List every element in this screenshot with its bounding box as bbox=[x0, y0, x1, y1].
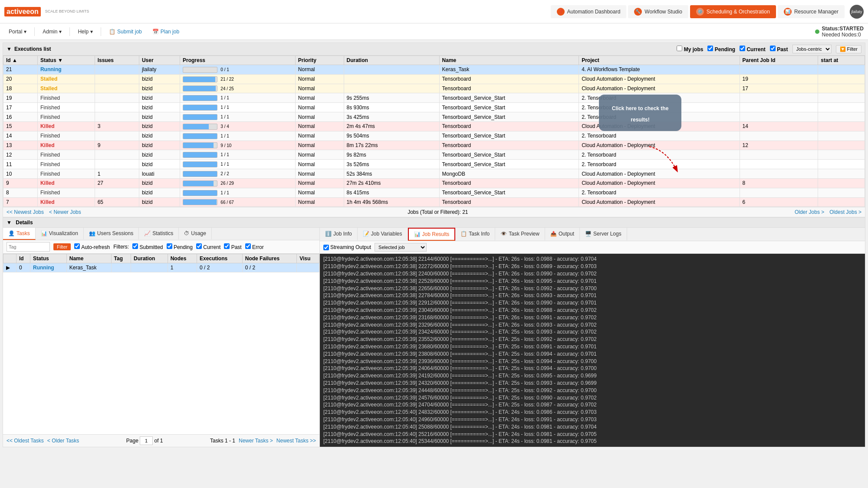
selected-job-select[interactable]: Selected job bbox=[375, 243, 427, 252]
col-progress[interactable]: Progress bbox=[180, 56, 296, 65]
task-info-icon: 📋 bbox=[460, 231, 467, 237]
col-task-status[interactable]: Status bbox=[30, 254, 67, 263]
streaming-output-checkbox[interactable] bbox=[323, 245, 329, 250]
page-number-input[interactable] bbox=[140, 436, 153, 445]
table-row[interactable]: 9 Killed 27 bizid 26 / 29 Normal 27m 2s … bbox=[3, 178, 865, 188]
col-parent[interactable]: Parent Job Id bbox=[740, 56, 818, 65]
streaming-output-label[interactable]: Streaming Output bbox=[323, 244, 371, 250]
past-checkbox[interactable] bbox=[770, 46, 776, 51]
nav-workflow-studio[interactable]: 🔧 Workflow Studio bbox=[628, 5, 688, 18]
tab-tasks[interactable]: 👤 Tasks bbox=[3, 228, 36, 240]
plan-job-button[interactable]: 📅 Plan job bbox=[148, 27, 184, 36]
tab-task-preview[interactable]: 👁️ Task Preview bbox=[495, 228, 545, 241]
col-user[interactable]: User bbox=[139, 56, 180, 65]
past-task-checkbox[interactable] bbox=[224, 243, 230, 249]
pending-checkbox[interactable] bbox=[707, 46, 713, 51]
nav-scheduling[interactable]: ⚙️ Scheduling & Orchestration bbox=[690, 5, 776, 18]
past-task-label[interactable]: Past bbox=[224, 243, 241, 250]
table-row[interactable]: 12 Finished bizid 1 / 1 Normal 9s 82ms T… bbox=[3, 150, 865, 160]
cell-start bbox=[818, 188, 865, 197]
tab-usage[interactable]: ⏱ Usage bbox=[179, 228, 212, 240]
pending-label[interactable]: Pending bbox=[707, 46, 735, 52]
executions-header[interactable]: ▼ Executions list My jobs Pending Curren… bbox=[3, 43, 865, 56]
my-jobs-label[interactable]: My jobs bbox=[677, 46, 703, 52]
oldest-tasks-link[interactable]: << Oldest Tasks bbox=[7, 438, 44, 444]
tab-statistics[interactable]: 📈 Statistics bbox=[139, 228, 179, 240]
table-row[interactable]: 18 Stalled bizid 24 / 25 Normal Tensorbo… bbox=[3, 84, 865, 93]
error-task-label[interactable]: Error bbox=[245, 243, 264, 250]
col-task-visu[interactable]: Visu bbox=[297, 254, 319, 263]
pending-task-label[interactable]: Pending bbox=[167, 243, 193, 250]
older-jobs-link[interactable]: Older Jobs > bbox=[795, 209, 824, 215]
details-header[interactable]: ▼ Details bbox=[3, 218, 865, 228]
my-jobs-checkbox[interactable] bbox=[677, 46, 682, 51]
nav-resource-manager[interactable]: 📊 Resource Manager bbox=[778, 5, 845, 18]
col-status[interactable]: Status ▼ bbox=[37, 56, 95, 65]
jobs-view-select[interactable]: Jobs-centric bbox=[792, 45, 832, 53]
nav-automation-dashboard[interactable]: ❓ Automation Dashboard bbox=[551, 5, 627, 18]
table-row[interactable]: 17 Finished bizid 1 / 1 Normal 8s 930ms … bbox=[3, 103, 865, 112]
col-issues[interactable]: Issues bbox=[95, 56, 139, 65]
tab-job-variables[interactable]: 📝 Job Variables bbox=[358, 228, 408, 241]
oldest-jobs-link[interactable]: Oldest Jobs > bbox=[829, 209, 861, 215]
col-id[interactable]: Id ▲ bbox=[3, 56, 38, 65]
tab-output[interactable]: 📤 Output bbox=[545, 228, 580, 241]
col-name[interactable]: Name bbox=[439, 56, 579, 65]
submitted-checkbox[interactable] bbox=[132, 243, 138, 249]
current-label[interactable]: Current bbox=[740, 46, 766, 52]
output-line: [2110@frydev2.activeeon.com:12:05:38] 22… bbox=[323, 270, 861, 278]
table-row[interactable]: 13 Killed 9 bizid 9 / 10 Normal 8m 17s 2… bbox=[3, 141, 865, 150]
submitted-label[interactable]: Submitted bbox=[132, 243, 163, 250]
col-duration[interactable]: Duration bbox=[344, 56, 439, 65]
user-badge[interactable]: jlailaty bbox=[850, 5, 864, 19]
filter-button[interactable]: 🔽 Filter bbox=[836, 45, 862, 53]
table-row[interactable]: 14 Finished bizid 1 / 1 Normal 9s 504ms … bbox=[3, 131, 865, 141]
auto-refresh-label[interactable]: Auto-refresh bbox=[74, 243, 110, 250]
tab-job-info[interactable]: ℹ️ Job Info bbox=[320, 228, 358, 241]
current-task-checkbox[interactable] bbox=[196, 243, 202, 249]
table-row[interactable]: 11 Finished bizid 1 / 1 Normal 3s 526ms … bbox=[3, 160, 865, 169]
col-task-nodes[interactable]: Nodes bbox=[168, 254, 197, 263]
table-row[interactable]: 8 Finished bizid 1 / 1 Normal 8s 415ms T… bbox=[3, 188, 865, 197]
tab-task-info[interactable]: 📋 Task Info bbox=[455, 228, 495, 241]
table-row[interactable]: 21 Running jlailaty 0 / 1 Normal Keras_T… bbox=[3, 65, 865, 75]
tab-users-sessions[interactable]: 👥 Users Sessions bbox=[84, 228, 139, 240]
newest-tasks-link[interactable]: Newest Tasks >> bbox=[276, 438, 316, 444]
col-task-id[interactable]: Id bbox=[16, 254, 30, 263]
task-filter-button[interactable]: Filter bbox=[53, 243, 71, 250]
col-task-name[interactable]: Name bbox=[66, 254, 111, 263]
tag-filter-input[interactable] bbox=[7, 242, 50, 252]
table-row[interactable]: 16 Finished bizid 1 / 1 Normal 3s 425ms … bbox=[3, 112, 865, 122]
col-start[interactable]: start at bbox=[818, 56, 865, 65]
current-checkbox[interactable] bbox=[740, 46, 745, 51]
newest-jobs-link[interactable]: << Newest Jobs bbox=[7, 209, 44, 215]
newer-tasks-link[interactable]: Newer Tasks > bbox=[239, 438, 273, 444]
table-row[interactable]: 10 Finished 1 louati 2 / 2 Normal 52s 38… bbox=[3, 169, 865, 179]
table-row[interactable]: 7 Killed 65 bizid 66 / 67 Normal 1h 4m 4… bbox=[3, 197, 865, 207]
auto-refresh-checkbox[interactable] bbox=[74, 243, 80, 249]
portal-button[interactable]: Portal ▾ bbox=[4, 27, 31, 36]
pending-task-checkbox[interactable] bbox=[167, 243, 172, 249]
table-row[interactable]: ▶ 0 Running Keras_Task 1 0 / 2 0 / 2 bbox=[3, 263, 319, 272]
table-row[interactable]: 19 Finished bizid 1 / 1 Normal 9s 255ms … bbox=[3, 93, 865, 103]
col-project[interactable]: Project bbox=[579, 56, 740, 65]
older-tasks-link[interactable]: < Older Tasks bbox=[47, 438, 79, 444]
admin-button[interactable]: Admin ▾ bbox=[38, 27, 66, 36]
col-task-duration[interactable]: Duration bbox=[131, 254, 168, 263]
tab-server-logs[interactable]: 🖥️ Server Logs bbox=[580, 228, 627, 241]
tab-visualization[interactable]: 📊 Visualization bbox=[36, 228, 84, 240]
current-task-label[interactable]: Current bbox=[196, 243, 220, 250]
submit-job-button[interactable]: 📋 Submit job bbox=[105, 27, 146, 36]
table-row[interactable]: 15 Killed 3 bizid 3 / 4 Normal 2m 4s 47m… bbox=[3, 121, 865, 131]
tab-job-results[interactable]: 📊 Job Results bbox=[408, 228, 456, 241]
col-task-tag[interactable]: Tag bbox=[111, 254, 131, 263]
col-task-executions[interactable]: Executions bbox=[197, 254, 243, 263]
help-button[interactable]: Help ▾ bbox=[73, 27, 97, 36]
table-row[interactable]: 20 Stalled bizid 21 / 22 Normal Tensorbo… bbox=[3, 74, 865, 84]
past-label[interactable]: Past bbox=[770, 46, 788, 52]
newer-jobs-link[interactable]: < Newer Jobs bbox=[49, 209, 81, 215]
expand-icon[interactable]: ▶ bbox=[3, 263, 16, 272]
error-task-checkbox[interactable] bbox=[245, 243, 251, 249]
col-task-failures[interactable]: Node Failures bbox=[242, 254, 296, 263]
col-priority[interactable]: Priority bbox=[295, 56, 344, 65]
